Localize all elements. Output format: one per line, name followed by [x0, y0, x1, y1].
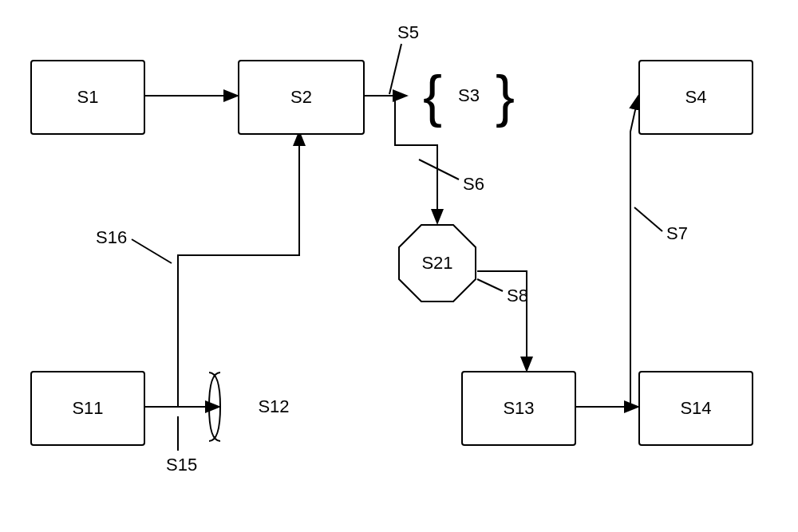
arrow-s5-tick [389, 44, 401, 94]
label-s8: S8 [507, 286, 528, 306]
brace-right-icon: } [496, 67, 515, 124]
node-s12-label: S12 [242, 396, 305, 417]
label-s5-text: S5 [397, 22, 419, 42]
arrow-s7-tick [634, 207, 662, 231]
node-s4-label: S4 [685, 87, 707, 108]
bracket-left-icon [206, 371, 223, 443]
arrow-s7-up [614, 96, 638, 407]
node-s1-label: S1 [77, 87, 99, 108]
label-s6-text: S6 [463, 174, 484, 194]
label-s15: S15 [166, 455, 197, 475]
node-s3: { S3 } [407, 60, 531, 132]
node-s13-label: S13 [503, 398, 534, 419]
label-s8-text: S8 [507, 286, 528, 305]
arrow-s6-tick [419, 160, 459, 179]
node-s2: S2 [238, 60, 365, 135]
node-s14: S14 [638, 371, 753, 446]
arrow-s16-up [178, 132, 299, 407]
brace-left-icon: { [423, 67, 442, 124]
bracket-right-icon [206, 371, 223, 443]
label-s16: S16 [96, 227, 127, 248]
arrow-s16-tick [132, 239, 172, 263]
arrow-s8-tick [477, 279, 503, 291]
label-s7: S7 [666, 223, 688, 244]
node-s11-label: S11 [72, 398, 103, 419]
label-s5: S5 [397, 22, 419, 43]
node-s12: S12 [206, 371, 342, 443]
node-s13: S13 [461, 371, 576, 446]
diagram-canvas: S1 S2 { S3 } S4 S21 S11 S12 S13 [0, 0, 798, 532]
label-s15-text: S15 [166, 455, 197, 475]
node-s21: S21 [397, 223, 477, 303]
node-s3-label: S3 [442, 85, 496, 106]
node-s14-label: S14 [680, 398, 711, 419]
node-s2-label: S2 [290, 87, 312, 108]
node-s21-label: S21 [421, 253, 452, 274]
node-s11: S11 [30, 371, 145, 446]
node-s4: S4 [638, 60, 753, 135]
label-s16-text: S16 [96, 227, 127, 247]
label-s6: S6 [463, 174, 484, 195]
node-s1: S1 [30, 60, 145, 135]
label-s7-text: S7 [666, 223, 688, 243]
